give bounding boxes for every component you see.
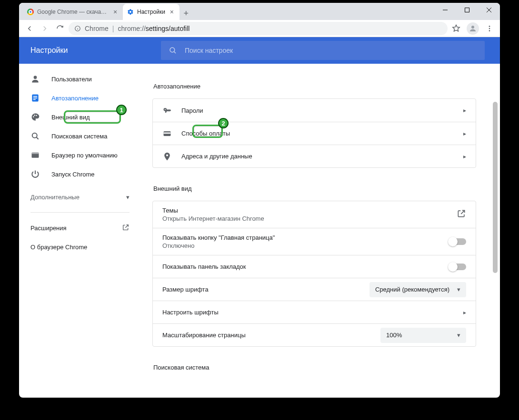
page-title: Настройки — [30, 46, 150, 55]
customize-fonts-row[interactable]: Настроить шрифты ▸ — [153, 301, 476, 323]
search-placeholder: Поиск настроек — [185, 47, 233, 54]
svg-point-13 — [34, 115, 36, 116]
search-icon — [30, 131, 40, 141]
row-sublabel: Открыть Интернет-магазин Chrome — [162, 215, 447, 222]
page-zoom-select[interactable]: 100% ▾ — [380, 328, 466, 343]
appearance-card: Темы Открыть Интернет-магазин Chrome Пок… — [152, 201, 476, 347]
row-label: Масштабирование страницы — [162, 332, 371, 339]
select-value: 100% — [386, 332, 402, 339]
chrome-menu-button[interactable] — [483, 22, 496, 35]
themes-row[interactable]: Темы Открыть Интернет-магазин Chrome — [153, 201, 476, 228]
sidebar-item-label: Запуск Chrome — [51, 171, 95, 178]
row-label: Показывать панель закладок — [162, 263, 439, 270]
bookmarks-bar-toggle[interactable] — [449, 264, 466, 270]
chevron-right-icon: ▸ — [463, 153, 466, 160]
settings-search[interactable]: Поиск настроек — [161, 41, 485, 60]
url-prefix: chrome:// — [118, 25, 145, 32]
reload-button[interactable] — [53, 22, 67, 35]
close-tab-icon[interactable]: × — [111, 8, 119, 16]
sidebar-item-label: Дополнительные — [30, 194, 80, 201]
palette-icon — [30, 112, 40, 122]
chevron-right-icon: ▸ — [463, 130, 466, 137]
close-window-button[interactable] — [478, 3, 500, 17]
svg-rect-11 — [33, 99, 36, 100]
tab-title: Google Chrome — скачать бесп — [37, 9, 109, 15]
chevron-right-icon: ▸ — [463, 107, 466, 114]
autofill-card: Пароли ▸ Способы оплаты ▸ Адреса и други… — [152, 98, 476, 168]
sidebar-item-label: Внешний вид — [51, 114, 90, 121]
svg-point-2 — [471, 26, 474, 29]
row-label: Темы — [162, 207, 447, 214]
svg-rect-9 — [33, 96, 37, 97]
sidebar-item-startup[interactable]: Запуск Chrome — [19, 165, 141, 184]
sidebar-item-default-browser[interactable]: Браузер по умолчанию — [19, 146, 141, 165]
row-label: Способы оплаты — [181, 130, 454, 137]
tutorial-badge-1: 1 — [116, 105, 127, 115]
font-size-row: Размер шрифта Средний (рекомендуется) ▾ — [153, 278, 476, 301]
settings-favicon — [127, 8, 134, 16]
settings-body: Пользователи Автозаполнение Внешний вид … — [19, 64, 500, 398]
sidebar-about[interactable]: О браузере Chrome — [19, 237, 141, 256]
site-info-icon — [74, 25, 81, 32]
tab-title: Настройки — [137, 9, 165, 15]
svg-point-6 — [170, 48, 175, 52]
tab-strip: Google Chrome — скачать бесп × Настройки… — [19, 3, 500, 20]
launch-icon — [457, 209, 466, 220]
chevron-down-icon: ▾ — [457, 332, 460, 339]
svg-point-15 — [32, 133, 37, 138]
sidebar-item-search[interactable]: Поисковая система — [19, 127, 141, 146]
svg-point-3 — [489, 26, 490, 27]
svg-point-5 — [489, 30, 490, 31]
scrollbar-thumb[interactable] — [493, 102, 498, 273]
sidebar-advanced[interactable]: Дополнительные ▾ — [19, 187, 141, 206]
sidebar-item-users[interactable]: Пользователи — [19, 69, 141, 88]
bookmark-star-icon[interactable] — [449, 22, 463, 35]
divider — [30, 212, 130, 213]
tutorial-badge-2: 2 — [218, 118, 229, 128]
svg-point-12 — [33, 116, 34, 117]
minimize-button[interactable] — [434, 3, 456, 17]
form-icon — [30, 93, 40, 103]
row-label: Адреса и другие данные — [181, 153, 454, 160]
power-icon — [30, 169, 40, 179]
autofill-passwords[interactable]: Пароли ▸ — [153, 99, 476, 122]
omnibox[interactable]: Chrome | chrome://settings/autofill — [69, 22, 448, 35]
sidebar-extensions[interactable]: Расширения — [19, 218, 141, 237]
section-title-autofill: Автозаполнение — [153, 83, 496, 90]
maximize-button[interactable] — [456, 3, 478, 17]
autofill-payments[interactable]: Способы оплаты ▸ — [153, 122, 476, 145]
close-tab-icon[interactable]: × — [168, 8, 176, 16]
bookmarks-bar-row[interactable]: Показывать панель закладок — [153, 255, 476, 278]
svg-point-4 — [489, 28, 490, 29]
row-label: Размер шрифта — [162, 286, 360, 293]
home-button-row[interactable]: Показывать кнопку "Главная страница" Отк… — [153, 228, 476, 255]
row-label: Настроить шрифты — [162, 309, 454, 316]
tab-settings[interactable]: Настройки × — [123, 4, 180, 20]
font-size-select[interactable]: Средний (рекомендуется) ▾ — [369, 282, 466, 297]
page-zoom-row: Масштабирование страницы 100% ▾ — [153, 323, 476, 346]
launch-icon — [122, 224, 130, 233]
tab-chrome-download[interactable]: Google Chrome — скачать бесп × — [23, 4, 123, 20]
row-label: Пароли — [181, 107, 454, 114]
browser-icon — [30, 150, 40, 160]
home-button-toggle[interactable] — [449, 238, 466, 245]
sidebar-item-label: О браузере Chrome — [30, 244, 87, 251]
svg-point-18 — [165, 109, 166, 110]
forward-button[interactable] — [38, 22, 51, 35]
svg-rect-10 — [33, 98, 37, 98]
autofill-addresses[interactable]: Адреса и другие данные ▸ — [153, 145, 476, 167]
settings-header: Настройки Поиск настроек — [19, 37, 500, 64]
back-button[interactable] — [23, 22, 36, 35]
row-sublabel: Отключено — [162, 242, 439, 249]
place-icon — [162, 152, 172, 161]
select-value: Средний (рекомендуется) — [375, 286, 449, 293]
svg-rect-0 — [465, 8, 469, 12]
window-controls — [434, 3, 500, 17]
section-title-appearance: Внешний вид — [153, 185, 496, 192]
scrollbar[interactable] — [491, 64, 499, 398]
new-tab-button[interactable]: + — [180, 7, 193, 20]
svg-point-14 — [36, 115, 37, 116]
profile-avatar[interactable] — [467, 22, 479, 35]
chevron-down-icon: ▾ — [126, 194, 130, 201]
app-window: Google Chrome — скачать бесп × Настройки… — [19, 3, 500, 398]
